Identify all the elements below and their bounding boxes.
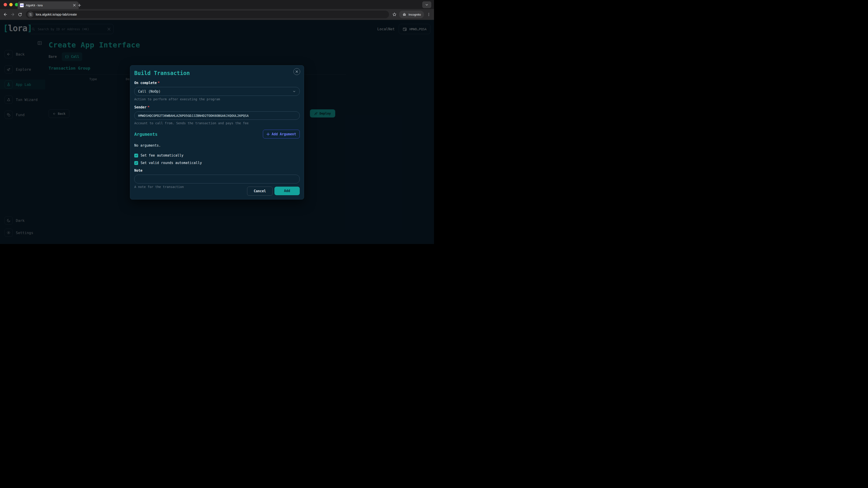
incognito-label: Incognito	[408, 13, 421, 16]
window-close-button[interactable]	[4, 3, 7, 6]
sender-label: Sender*	[134, 105, 300, 109]
tab-search-chevron-icon[interactable]	[422, 1, 431, 8]
set-fee-checkbox-row: Set fee automatically	[134, 153, 300, 158]
sender-input[interactable]	[134, 111, 300, 120]
cancel-button[interactable]: Cancel	[247, 187, 273, 196]
tab-title: AlgoKit - lora	[26, 4, 70, 7]
plus-icon	[267, 133, 270, 136]
required-asterisk: *	[158, 81, 160, 85]
sender-helper: Account to call from. Sends the transact…	[134, 121, 300, 125]
set-valid-rounds-checkbox[interactable]	[134, 161, 138, 165]
incognito-badge: Incognito	[399, 11, 424, 18]
add-button[interactable]: Add	[274, 187, 300, 195]
window-minimize-button[interactable]	[9, 3, 13, 6]
on-complete-select[interactable]: Call (NoOp)	[134, 87, 300, 96]
browser-window: [ak] AlgoKit - lora lora.algokit.io/a	[0, 0, 434, 244]
required-asterisk: *	[147, 105, 149, 109]
on-complete-value: Call (NoOp)	[138, 90, 160, 94]
url-bar[interactable]: lora.algokit.io/app-lab/create	[26, 11, 389, 18]
browser-back-icon[interactable]	[2, 11, 9, 18]
lora-app: [lora] LocalNet HMWD…PQSA	[0, 20, 434, 244]
arguments-section-title: Arguments	[134, 132, 158, 137]
build-transaction-dialog: Build Transaction On complete* Call (NoO…	[130, 65, 304, 199]
browser-reload-icon[interactable]	[16, 11, 24, 18]
set-fee-checkbox[interactable]	[134, 154, 138, 158]
on-complete-label: On complete*	[134, 81, 300, 85]
url-text: lora.algokit.io/app-lab/create	[36, 13, 77, 16]
set-fee-label[interactable]: Set fee automatically	[141, 153, 184, 158]
check-icon	[135, 154, 138, 157]
browser-forward-icon[interactable]	[9, 11, 16, 18]
on-complete-helper: Action to perform after executing the pr…	[134, 97, 300, 101]
chevron-down-icon	[292, 90, 296, 93]
tab-close-icon[interactable]	[72, 3, 76, 7]
incognito-icon	[402, 12, 407, 17]
tab-favicon: [ak]	[20, 3, 24, 7]
browser-tab[interactable]: [ak] AlgoKit - lora	[18, 1, 79, 9]
window-controls	[4, 3, 18, 6]
browser-menu-icon[interactable]	[427, 12, 431, 17]
tab-strip: [ak] AlgoKit - lora	[0, 0, 434, 9]
note-input[interactable]	[134, 175, 300, 184]
bookmark-star-icon[interactable]	[392, 12, 397, 17]
site-settings-icon[interactable]	[28, 11, 33, 18]
dialog-title: Build Transaction	[134, 70, 300, 76]
set-valid-rounds-label[interactable]: Set valid rounds automatically	[141, 161, 202, 165]
dialog-close-icon[interactable]	[293, 68, 300, 75]
check-icon	[135, 162, 138, 164]
set-valid-rounds-checkbox-row: Set valid rounds automatically	[134, 161, 300, 165]
add-argument-button[interactable]: Add Argument	[263, 130, 300, 138]
new-tab-button[interactable]	[76, 2, 82, 8]
note-label: Note	[134, 168, 300, 173]
add-argument-label: Add Argument	[272, 132, 296, 136]
browser-toolbar: lora.algokit.io/app-lab/create Incognito	[0, 9, 434, 20]
no-arguments-text: No arguments.	[134, 143, 300, 148]
